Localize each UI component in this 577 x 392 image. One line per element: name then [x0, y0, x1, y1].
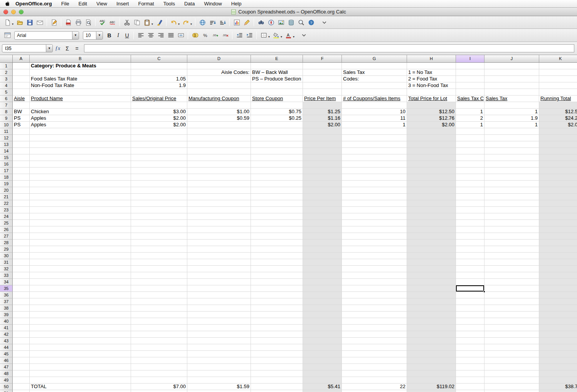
cell-B44[interactable]	[30, 344, 131, 351]
cell-E30[interactable]	[251, 253, 303, 259]
cell-D18[interactable]	[187, 174, 251, 181]
cell-K46[interactable]	[539, 357, 577, 364]
cell-D45[interactable]	[187, 351, 251, 357]
cell-G44[interactable]	[342, 344, 407, 351]
cell-H18[interactable]	[407, 174, 456, 181]
cell-C45[interactable]	[131, 351, 187, 357]
cell-reference-box[interactable]: I35 ▼	[2, 44, 53, 52]
cell-K31[interactable]	[539, 259, 577, 266]
cell-H25[interactable]	[407, 220, 456, 226]
cell-H30[interactable]	[407, 253, 456, 259]
cell-C27[interactable]	[131, 233, 187, 240]
cell-E18[interactable]	[251, 174, 303, 181]
cell-G2[interactable]: Sales Tax	[342, 69, 407, 76]
cell-A1[interactable]	[13, 63, 30, 69]
cell-C10[interactable]: $2.00	[131, 122, 187, 128]
cell-F32[interactable]	[303, 266, 342, 272]
cell-E50[interactable]	[251, 384, 303, 390]
cell-H34[interactable]	[407, 279, 456, 285]
cell-K38[interactable]	[539, 305, 577, 312]
cell-G24[interactable]	[342, 213, 407, 220]
cell-E28[interactable]	[251, 240, 303, 246]
cell-B18[interactable]	[30, 174, 131, 181]
cell-D16[interactable]	[187, 161, 251, 168]
row-header-3[interactable]: 3	[0, 76, 13, 82]
cell-D51[interactable]	[187, 390, 251, 392]
data-sources-icon[interactable]	[286, 18, 296, 27]
cell-B19[interactable]	[30, 181, 131, 187]
cell-I45[interactable]	[456, 351, 484, 357]
cell-A24[interactable]	[13, 213, 30, 220]
cell-J43[interactable]	[484, 338, 539, 344]
cell-B29[interactable]	[30, 246, 131, 253]
cell-J38[interactable]	[484, 305, 539, 312]
cell-B48[interactable]	[30, 370, 131, 377]
column-header-G[interactable]: G	[342, 55, 407, 63]
cell-A14[interactable]	[13, 148, 30, 154]
paste-icon[interactable]	[142, 18, 151, 27]
cell-F30[interactable]	[303, 253, 342, 259]
align-right-icon[interactable]	[156, 31, 165, 40]
row-header-28[interactable]: 28	[0, 240, 13, 246]
cell-A23[interactable]	[13, 207, 30, 213]
cell-H8[interactable]: $12.50	[407, 109, 456, 115]
cell-G42[interactable]	[342, 331, 407, 338]
cell-H21[interactable]	[407, 194, 456, 200]
cell-G49[interactable]	[342, 377, 407, 384]
cell-G1[interactable]	[342, 63, 407, 69]
cell-I32[interactable]	[456, 266, 484, 272]
cell-G45[interactable]	[342, 351, 407, 357]
cell-E46[interactable]	[251, 357, 303, 364]
cell-H2[interactable]: 1 = No Tax	[407, 69, 456, 76]
cell-B40[interactable]	[30, 318, 131, 325]
cell-G30[interactable]	[342, 253, 407, 259]
cell-E45[interactable]	[251, 351, 303, 357]
cell-H27[interactable]	[407, 233, 456, 240]
row-header-8[interactable]: 8	[0, 109, 13, 115]
edit-file-icon[interactable]	[49, 18, 59, 27]
cell-G26[interactable]	[342, 226, 407, 233]
column-header-E[interactable]: E	[251, 55, 303, 63]
cell-H14[interactable]	[407, 148, 456, 154]
cell-K8[interactable]: $12.50	[539, 109, 577, 115]
cell-D15[interactable]	[187, 154, 251, 161]
cell-C41[interactable]	[131, 325, 187, 331]
cell-G17[interactable]	[342, 168, 407, 174]
document-as-email-icon[interactable]	[35, 18, 44, 27]
number-format-percent-icon[interactable]: %	[200, 31, 210, 40]
cell-C5[interactable]	[131, 89, 187, 95]
save-document-icon[interactable]	[25, 18, 34, 27]
format-paintbrush-icon[interactable]	[155, 18, 164, 27]
cell-B39[interactable]	[30, 312, 131, 318]
cell-J8[interactable]: 1	[484, 109, 539, 115]
cell-I31[interactable]	[456, 259, 484, 266]
cell-G23[interactable]	[342, 207, 407, 213]
cell-I47[interactable]	[456, 364, 484, 370]
cell-E5[interactable]	[251, 89, 303, 95]
cell-E6[interactable]: Store Coupon	[251, 95, 303, 102]
column-header-I[interactable]: I	[456, 55, 484, 63]
cell-J13[interactable]	[484, 141, 539, 148]
row-header-46[interactable]: 46	[0, 357, 13, 364]
cell-B15[interactable]	[30, 154, 131, 161]
row-header-11[interactable]: 11	[0, 128, 13, 135]
cell-E10[interactable]	[251, 122, 303, 128]
chevron-down-icon[interactable]: ▾	[151, 22, 153, 26]
undo-icon[interactable]	[169, 18, 178, 27]
cell-J21[interactable]	[484, 194, 539, 200]
show-draw-functions-icon[interactable]	[242, 18, 251, 27]
open-document-icon[interactable]	[15, 18, 24, 27]
cell-H35[interactable]	[407, 285, 456, 292]
cell-D1[interactable]	[187, 63, 251, 69]
cell-J27[interactable]	[484, 233, 539, 240]
row-header-9[interactable]: 9	[0, 115, 13, 122]
cell-I17[interactable]	[456, 168, 484, 174]
cell-F25[interactable]	[303, 220, 342, 226]
cell-I30[interactable]	[456, 253, 484, 259]
cell-I35[interactable]	[456, 285, 484, 292]
cell-F16[interactable]	[303, 161, 342, 168]
cell-G27[interactable]	[342, 233, 407, 240]
cell-E39[interactable]	[251, 312, 303, 318]
cell-J33[interactable]	[484, 272, 539, 279]
row-header-45[interactable]: 45	[0, 351, 13, 357]
